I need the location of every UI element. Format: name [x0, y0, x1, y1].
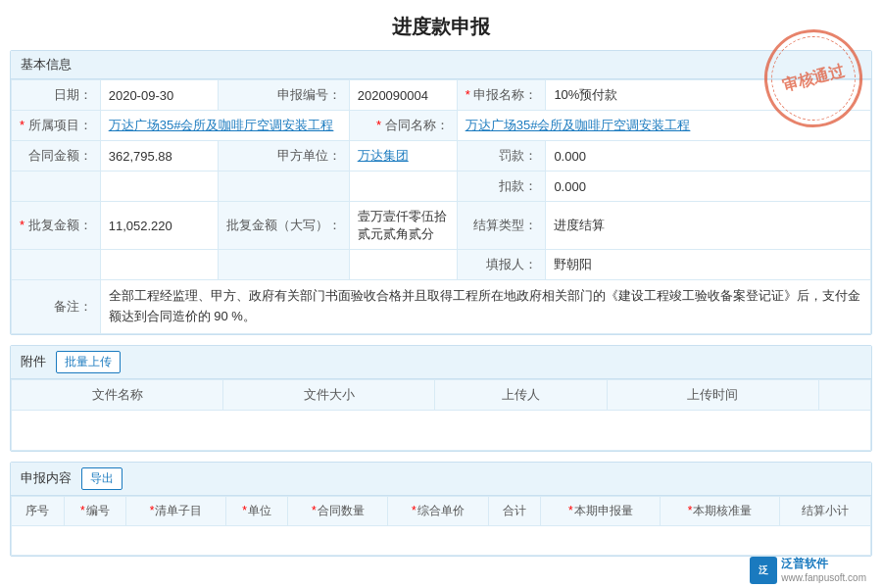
- col-uploader: 上传人: [435, 379, 607, 410]
- content-section: 申报内容 导出 序号 *编号 *清单子目 *单位 *合同数量 *综合单价 合计 …: [10, 462, 872, 557]
- col-period-apply: *本期申报量: [541, 496, 661, 525]
- attachment-label: 附件: [21, 353, 46, 370]
- col-period-approve: *本期核准量: [661, 496, 780, 525]
- col-unit: *单位: [226, 496, 288, 525]
- file-table: 文件名称 文件大小 上传人 上传时间: [11, 379, 871, 451]
- file-empty-cell: [12, 410, 871, 450]
- content-label: 申报内容: [21, 469, 72, 487]
- content-empty-row: [12, 525, 871, 555]
- export-button[interactable]: 导出: [81, 467, 122, 490]
- col-subtotal: 结算小计: [779, 496, 870, 525]
- col-total: 合计: [488, 496, 541, 525]
- content-table-body: [12, 525, 871, 555]
- col-filename: 文件名称: [12, 379, 223, 410]
- col-seq: 序号: [12, 496, 65, 525]
- content-header-row: 序号 *编号 *清单子目 *单位 *合同数量 *综合单价 合计 *本期申报量 *…: [12, 496, 871, 525]
- table-header-row: 文件名称 文件大小 上传人 上传时间: [12, 379, 871, 410]
- col-item: *清单子目: [125, 496, 225, 525]
- content-table-head: 序号 *编号 *清单子目 *单位 *合同数量 *综合单价 合计 *本期申报量 *…: [12, 496, 871, 525]
- attachment-header: 附件 批量上传: [11, 346, 871, 379]
- basic-info-table: 日期： 2020-09-30 申报编号： 2020090004 * 申报名称： …: [11, 79, 871, 334]
- upload-button[interactable]: 批量上传: [56, 351, 121, 373]
- logo-bar: 泛 泛普软件 www.fanpusoft.com: [750, 556, 866, 584]
- file-table-body: [12, 410, 871, 450]
- col-contract-qty: *合同数量: [288, 496, 388, 525]
- page-title: 进度款申报: [0, 0, 882, 50]
- file-table-head: 文件名称 文件大小 上传人 上传时间: [12, 379, 871, 410]
- attachment-section: 附件 批量上传 文件名称 文件大小 上传人 上传时间: [10, 345, 872, 452]
- logo-website: www.fanpusoft.com: [781, 572, 866, 584]
- basic-info-header: 基本信息: [11, 51, 871, 79]
- logo-info: 泛普软件 www.fanpusoft.com: [781, 556, 866, 584]
- file-empty-row: [12, 410, 871, 450]
- col-uploadtime: 上传时间: [607, 379, 818, 410]
- col-action: [818, 379, 870, 410]
- logo-icon-text: 泛: [759, 564, 768, 577]
- logo-name: 泛普软件: [781, 556, 866, 572]
- logo-icon: 泛: [750, 557, 777, 584]
- col-code: *编号: [64, 496, 125, 525]
- content-table: 序号 *编号 *清单子目 *单位 *合同数量 *综合单价 合计 *本期申报量 *…: [11, 496, 871, 556]
- basic-info-section: 基本信息 日期： 2020-09-30 申报编号： 2020090004 * 申…: [10, 50, 872, 335]
- col-unit-price: *综合单价: [388, 496, 488, 525]
- col-filesize: 文件大小: [223, 379, 435, 410]
- content-header: 申报内容 导出: [11, 463, 871, 496]
